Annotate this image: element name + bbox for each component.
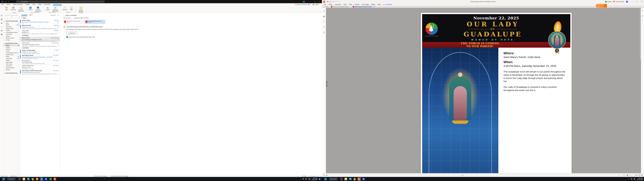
outlook-search-bar[interactable]: Search bbox=[16, 0, 105, 3]
copilot-button[interactable]: Copilot bbox=[311, 4, 320, 6]
mail-nav-icon[interactable]: ✉ bbox=[1, 15, 2, 16]
user-avatar[interactable] bbox=[303, 1, 305, 3]
folder-outbox[interactable]: Outbox bbox=[4, 35, 20, 37]
email-list-item[interactable]: Maria Yaninas12:58 PMSharing Our Treasur… bbox=[20, 24, 60, 29]
bookmarks-icon[interactable]: ⚑ bbox=[323, 10, 325, 12]
copy-button[interactable]: Copy bbox=[68, 6, 74, 10]
folder-rss-feeds[interactable]: RSS Feeds bbox=[4, 63, 20, 65]
ribbon-tab-home[interactable]: Home bbox=[5, 3, 12, 6]
thumbnails-toggle-icon[interactable]: ▦ bbox=[326, 174, 327, 176]
taskbar-clock[interactable]: 8:07 PM 10/27/2025 bbox=[312, 178, 317, 180]
remove-attachment-button[interactable]: Remove Attachment bbox=[16, 6, 25, 12]
tab-focused[interactable]: Focused bbox=[21, 14, 27, 16]
email-list-item[interactable]: Rose FarrowTue 10/21RE: Bulletin 10/26NC… bbox=[20, 59, 60, 64]
zoom-slider-thumb[interactable] bbox=[627, 175, 628, 176]
taskbar-foxit[interactable]: F bbox=[53, 177, 57, 181]
page-thumbnails-icon[interactable]: ▦ bbox=[323, 15, 325, 17]
zoom-slider[interactable] bbox=[309, 176, 319, 176]
quick-print-button[interactable]: Quick Print bbox=[10, 6, 16, 10]
update-button[interactable]: ↑ Update bbox=[605, 1, 612, 2]
menu-share[interactable]: Share bbox=[370, 4, 376, 5]
document-scrollbar[interactable] bbox=[640, 8, 641, 59]
wifi-icon[interactable] bbox=[631, 178, 632, 180]
attachment-chip[interactable]: PDFStained glass window at St Marys CN.p… bbox=[85, 20, 105, 24]
close-button[interactable]: ✕ bbox=[639, 0, 644, 3]
folder-archive1[interactable]: Archive1 bbox=[4, 48, 20, 50]
folder-drafts[interactable]: Drafts[8] bbox=[4, 56, 20, 58]
menu-view[interactable]: View bbox=[342, 4, 348, 5]
folder-past-emails[interactable]: Past Emails bbox=[4, 61, 20, 63]
email-group-today[interactable]: ▾Today bbox=[20, 17, 60, 19]
chevron-down-icon[interactable]: ▾ bbox=[81, 20, 84, 24]
document-view[interactable]: ◂ November 22, 2025 PILGRIMS OF HOPE OUR… bbox=[326, 8, 641, 173]
start-button[interactable] bbox=[2, 177, 6, 181]
panel-expand-handle[interactable]: ◂ bbox=[326, 81, 327, 87]
hidden-icons-chevron[interactable]: ∧ bbox=[629, 178, 630, 180]
convert-pdf-tag[interactable]: Convert PDF Word to PDF bbox=[596, 4, 607, 8]
maximize-button[interactable]: ▢ bbox=[634, 0, 639, 3]
folder-sent-items[interactable]: Sent Items bbox=[4, 65, 20, 67]
folder-inbox[interactable]: Inbox24 bbox=[4, 44, 20, 46]
notification-badge[interactable]: 1 bbox=[319, 178, 320, 180]
taskbar-outlook[interactable]: ✉ bbox=[40, 177, 44, 181]
attachments-icon[interactable] bbox=[323, 26, 325, 28]
preview-file-button[interactable]: Preview file bbox=[66, 32, 77, 34]
taskbar-foxit[interactable]: F bbox=[357, 177, 361, 181]
start-button[interactable] bbox=[324, 177, 327, 181]
wifi-icon[interactable] bbox=[302, 178, 304, 180]
calendar-nav-icon[interactable]: ▦ bbox=[1, 18, 2, 20]
folder-drafts[interactable]: Drafts[110] bbox=[4, 24, 20, 26]
zoom-out-icon[interactable]: − bbox=[307, 176, 308, 177]
taskbar-search[interactable]: Search bbox=[329, 178, 338, 180]
search-icon[interactable] bbox=[323, 31, 325, 33]
fullscreen-icon[interactable] bbox=[641, 174, 642, 176]
menu-form[interactable]: Form bbox=[348, 4, 354, 5]
ribbon-tab-help[interactable]: Help bbox=[37, 3, 42, 6]
comments-icon[interactable]: ✎ bbox=[323, 20, 325, 22]
save-as-button[interactable]: Save As bbox=[27, 6, 34, 10]
notes-nav-icon[interactable]: ▤ bbox=[1, 30, 2, 32]
taskbar-firefox[interactable] bbox=[35, 177, 39, 181]
taskbar-task-view[interactable] bbox=[18, 177, 22, 181]
folder-search-folders[interactable]: Search Folders bbox=[4, 67, 20, 69]
print-icon[interactable]: ▤ bbox=[330, 1, 332, 2]
folder-deleted-items[interactable]: Deleted Items bbox=[4, 28, 20, 30]
ribbon-tab-view[interactable]: View bbox=[31, 3, 37, 6]
menu-foxit-esign[interactable]: Foxit eSign bbox=[360, 4, 370, 5]
menu-icon[interactable] bbox=[2, 1, 3, 2]
folder-deleted-items[interactable]: Deleted Items1 bbox=[4, 54, 20, 56]
folder-junk-email[interactable]: Junk Email[13] bbox=[4, 58, 20, 59]
zoom-level[interactable]: 125% bbox=[635, 174, 638, 176]
reminders-count[interactable]: Reminders: 1 bbox=[10, 176, 17, 177]
folder-groups[interactable]: ▸Groups bbox=[4, 69, 20, 70]
zoom-slider[interactable] bbox=[622, 175, 632, 175]
taskbar-file-explorer[interactable] bbox=[344, 177, 348, 181]
minimize-button[interactable]: ─ bbox=[630, 0, 634, 3]
more-nav-icon[interactable]: ⋯ bbox=[1, 37, 2, 39]
ribbon-tab-attachments[interactable]: Attachments bbox=[52, 3, 63, 6]
email-group-yesterday[interactable]: ▾Yesterday bbox=[20, 34, 60, 36]
upload-button[interactable]: Upload bbox=[44, 6, 51, 10]
folder-sent-items[interactable]: Sent Items bbox=[4, 26, 20, 28]
layout-view-icon[interactable]: ▦ bbox=[304, 176, 306, 177]
volume-icon[interactable] bbox=[305, 178, 307, 180]
folders-nav-icon[interactable]: ▣ bbox=[1, 34, 2, 35]
close-tab-icon[interactable]: ✕ bbox=[373, 6, 374, 7]
taskbar-task-view[interactable] bbox=[340, 177, 344, 181]
menu-file[interactable]: File bbox=[322, 4, 327, 5]
zoom-slider-thumb[interactable] bbox=[314, 176, 314, 177]
taskbar-clock[interactable]: 8:07 PM 10/27/2025 bbox=[637, 178, 643, 180]
hidden-icons-chevron[interactable]: ∧ bbox=[300, 178, 301, 180]
taskbar-edge[interactable] bbox=[348, 177, 352, 181]
menu-home[interactable]: Home bbox=[327, 4, 334, 5]
minimize-button[interactable]: ─ bbox=[308, 0, 312, 3]
taskbar-chrome[interactable] bbox=[353, 177, 357, 181]
taskbar-word[interactable]: W bbox=[362, 177, 366, 181]
reading-view-icon[interactable]: ▤ bbox=[302, 176, 304, 177]
doc-tab-2025-10-26-torches-were-li[interactable]: 2025-10-26_Torches-were-li... bbox=[330, 6, 351, 8]
fit-width-icon[interactable] bbox=[639, 174, 640, 176]
email-icon[interactable]: ✉ bbox=[333, 1, 334, 2]
close-button[interactable]: ✕ bbox=[317, 0, 322, 3]
ribbon-tab-foxit-pdf[interactable]: Foxit PDF bbox=[42, 3, 52, 6]
save-all-attachments-button[interactable]: Save All Attachments bbox=[34, 6, 42, 12]
